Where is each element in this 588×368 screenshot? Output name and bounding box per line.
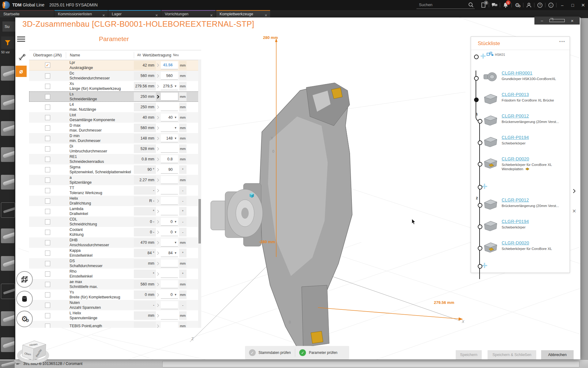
dialog-restore-button[interactable] [549,17,564,25]
transfer-chevron-icon[interactable] [157,324,159,328]
panel-expand-icon[interactable] [571,188,578,194]
window-maximize-button[interactable]: □ [568,0,577,10]
settings-gears-icon[interactable]: ⚙⚙ [513,0,522,10]
wireframe-view-button[interactable] [16,271,33,288]
transfer-chevron-icon[interactable] [157,241,159,245]
transfer-chevron-icon[interactable] [157,282,159,286]
tool-thumbnail[interactable] [1,228,14,243]
transfer-checkbox[interactable] [45,178,50,183]
transfer-checkbox[interactable] [45,230,50,235]
parameter-row[interactable]: Kappa Einstellwinkel 84 ° 84▼ ° [29,248,201,258]
parameter-row[interactable]: CDL Schneidrichtung 0 - 0▼ - [29,217,201,227]
part-number-link[interactable]: CLGR-P0012 [502,197,529,202]
diameter-measure-button[interactable]: ⌀ [16,66,27,77]
bom-add-item-row[interactable]: + [471,259,570,274]
transfer-chevron-icon[interactable] [157,303,159,307]
global-search-input[interactable]: Suchen [417,1,475,9]
measure-tool-button[interactable] [17,52,28,63]
transfer-checkbox[interactable] [45,219,50,224]
new-value-input[interactable]: ▼ [161,322,178,328]
dropdown-arrow-icon[interactable]: ▼ [174,231,177,234]
part-number-link[interactable]: CLGR-HR0001 [502,71,533,75]
new-value-input[interactable]: 0▼ [161,228,178,236]
transfer-checkbox[interactable] [45,94,50,99]
dialog-close-button[interactable]: × [565,17,580,25]
new-value-input[interactable]: ▼ [161,239,178,247]
tree-node-icon[interactable] [478,185,482,190]
tool-thumbnail[interactable] [1,284,15,299]
transfer-checkbox[interactable] [45,303,50,308]
tool-thumbnail[interactable] [1,311,14,326]
new-value-input[interactable]: 90▼ [161,166,178,174]
tree-node-icon[interactable] [474,55,479,59]
transfer-checkbox[interactable] [45,251,50,256]
transfer-chevron-icon[interactable] [157,178,159,182]
dropdown-arrow-icon[interactable]: ▼ [174,85,177,88]
parameter-row[interactable]: L4 max. Nutzlänge 250 mm ▼ mm [29,102,201,112]
tab-startseite[interactable]: Startseite [0,10,54,17]
tool-thumbnail[interactable] [1,121,14,136]
parameter-row[interactable]: L Helix Spannutenlänge mm ▼ mm [29,310,201,321]
transfer-chevron-icon[interactable] [157,95,159,99]
documents-icon[interactable]: 4 [479,0,488,10]
bom-part-item[interactable]: CLGR-P0194 Schieberkörper [471,216,570,237]
tree-node-icon[interactable] [478,224,482,229]
transfer-checkbox[interactable] [45,324,50,328]
transfer-chevron-icon[interactable] [157,262,159,266]
user-icon[interactable] [524,0,533,10]
new-value-input[interactable]: ▼ [161,301,178,309]
table-scrollbar[interactable] [198,59,201,328]
tree-node-icon[interactable] [478,246,482,251]
new-value-input[interactable]: ▼ [161,259,178,267]
transfer-checkbox[interactable] [45,115,50,120]
tool-thumbnail[interactable] [1,147,14,162]
tool-thumbnail[interactable] [1,256,14,271]
new-value-input[interactable]: 0.8▼ [161,155,178,163]
tree-node-icon[interactable] [478,140,482,145]
add-component-icon[interactable]: + [481,181,488,191]
parameter-row[interactable]: Ltot Gesamtlänge Komponente 40 mm 40▼ mm [29,112,201,123]
transfer-chevron-icon[interactable] [157,272,159,276]
transfer-chevron-icon[interactable] [157,157,159,161]
parameter-row[interactable]: D max max. Durchmesser 560 mm ▼ mm [29,123,201,133]
parameter-row[interactable]: Dc Schneidendurchmesser 560 mm 560▼ mm [29,71,201,81]
bom-menu-icon[interactable]: ••• [559,39,565,44]
parameter-row[interactable]: Coolant Kühlung 0 - 0▼ - [29,227,201,237]
transfer-chevron-icon[interactable] [157,84,159,88]
new-value-input[interactable]: ▼ [161,145,178,153]
parameter-row[interactable]: Nuten Anzahl Spannuten - ▼ - [29,300,201,310]
part-thumbnail[interactable] [482,70,499,84]
parameter-row[interactable]: Ys Breite (für) Komplettwerkzeug 0 mm 0▼… [29,289,201,300]
transfer-checkbox[interactable] [45,157,50,162]
transfer-chevron-icon[interactable] [157,230,159,234]
save-button[interactable]: Speichern [456,350,482,359]
sidebar-search-input[interactable]: Su [2,21,15,32]
tab-komplettwerkzeuge[interactable]: Komplettwerkzeuge✕ [216,10,270,17]
chat-icon[interactable] [490,0,499,10]
dropdown-arrow-icon[interactable]: ▼ [174,241,177,244]
parameter-row[interactable]: RE1 Schneideckenradius 0.8 mm 0.8▼ mm [29,154,201,164]
transfer-chevron-icon[interactable] [157,189,159,193]
view-settings-button[interactable]: ⚙⚙ [16,311,33,327]
parameter-row[interactable]: DHB Anschlussdurchmesser 470 mm ▼ mm [29,237,201,248]
new-value-input[interactable]: ▼ [161,280,178,288]
parameter-row[interactable]: DS Schaftdurchmesser mm ▼ mm [29,258,201,269]
tool-thumbnail[interactable] [1,175,14,190]
part-thumbnail[interactable] [482,240,499,254]
new-value-input[interactable]: 560▼ [161,72,178,80]
transfer-chevron-icon[interactable] [157,136,159,140]
tree-node-icon[interactable] [478,162,482,167]
search-icon[interactable] [468,2,474,8]
transfer-checkbox[interactable] [45,146,50,151]
parameter-row[interactable]: Helix Drallrichtung R - ▼ - [29,196,201,206]
part-thumbnail[interactable] [482,113,499,127]
transfer-checkbox[interactable] [45,261,50,266]
transfer-checkbox[interactable] [45,136,50,141]
new-value-input[interactable]: ▼ [161,186,178,194]
tree-node-icon[interactable] [478,264,482,269]
bom-part-item[interactable]: CLGR-P0013 Fräsdorn für CoroBore XL Brüc… [471,89,570,110]
tool-thumbnail[interactable] [1,95,14,110]
filter-button[interactable] [1,36,14,49]
parameter-row[interactable]: Rho Einstellwinkel ° ▼ ° [29,269,201,279]
parameter-row[interactable]: a Spitzenlänge 2.27 mm ▼ mm [29,175,201,185]
